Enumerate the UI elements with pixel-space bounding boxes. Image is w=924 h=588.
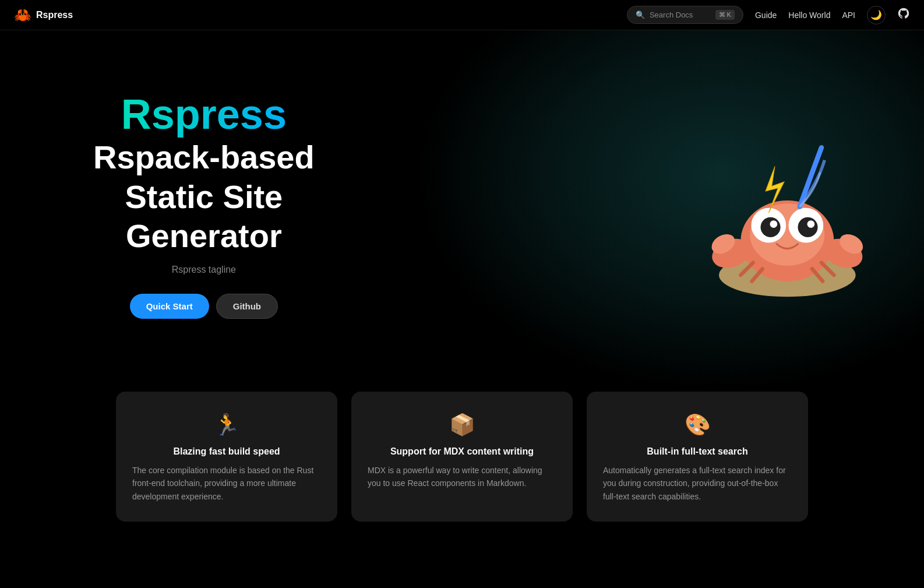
search-placeholder-text: Search Docs [650, 10, 711, 19]
hero-buttons: Quick Start Github [93, 294, 315, 319]
feature-title-1: Support for MDX content writing [368, 446, 556, 457]
hero-tagline: Rspress tagline [93, 265, 315, 275]
brand-name: Rspress [36, 10, 73, 20]
nav-link-hello-world[interactable]: Hello World [788, 10, 830, 20]
feature-card-0: 🏃 Blazing fast build speed The core comp… [116, 392, 337, 522]
logo-icon: 🦀 [14, 7, 31, 23]
svg-point-11 [798, 217, 817, 237]
navbar: 🦀 Rspress 🔍 Search Docs ⌘ K Guide Hello … [0, 0, 924, 30]
feature-icon-2: 🎨 [603, 413, 792, 437]
search-kbd-shortcut: ⌘ K [715, 10, 735, 20]
hero-mascot [691, 117, 877, 305]
nav-link-guide[interactable]: Guide [755, 10, 777, 20]
hero-section: Rspress Rspack-based Static Site Generat… [0, 30, 924, 392]
hero-subtitle-line3: Generator [126, 217, 282, 254]
nav-right-area: 🔍 Search Docs ⌘ K Guide Hello World API … [627, 6, 910, 24]
feature-desc-1: MDX is a powerful way to write content, … [368, 464, 556, 490]
feature-card-2: 🎨 Built-in full-text search Automaticall… [587, 392, 808, 522]
feature-icon-1: 📦 [368, 413, 556, 437]
svg-point-12 [807, 220, 814, 228]
github-icon[interactable] [897, 7, 910, 23]
svg-point-10 [770, 220, 777, 228]
feature-title-2: Built-in full-text search [603, 446, 792, 457]
feature-desc-0: The core compilation module is based on … [132, 464, 321, 503]
feature-title-0: Blazing fast build speed [132, 446, 321, 457]
search-bar[interactable]: 🔍 Search Docs ⌘ K [627, 6, 743, 24]
hero-subtitle-line2: Static Site [125, 178, 283, 215]
moon-icon: 🌙 [870, 9, 882, 20]
nav-brand-area: 🦀 Rspress [14, 7, 73, 23]
hero-content: Rspress Rspack-based Static Site Generat… [93, 91, 315, 319]
quick-start-button[interactable]: Quick Start [130, 294, 209, 319]
feature-icon-0: 🏃 [132, 413, 321, 437]
svg-point-9 [760, 217, 780, 237]
hero-brand-title: Rspress [93, 91, 315, 138]
theme-toggle-button[interactable]: 🌙 [867, 6, 886, 24]
search-icon: 🔍 [636, 10, 645, 19]
features-section: 🏃 Blazing fast build speed The core comp… [0, 392, 924, 557]
nav-link-api[interactable]: API [842, 10, 855, 20]
github-button[interactable]: Github [216, 294, 278, 319]
hero-subtitle-line1: Rspack-based [93, 139, 315, 175]
feature-card-1: 📦 Support for MDX content writing MDX is… [351, 392, 573, 522]
feature-desc-2: Automatically generates a full-text sear… [603, 464, 792, 503]
hero-subtitle: Rspack-based Static Site Generator [93, 138, 315, 255]
